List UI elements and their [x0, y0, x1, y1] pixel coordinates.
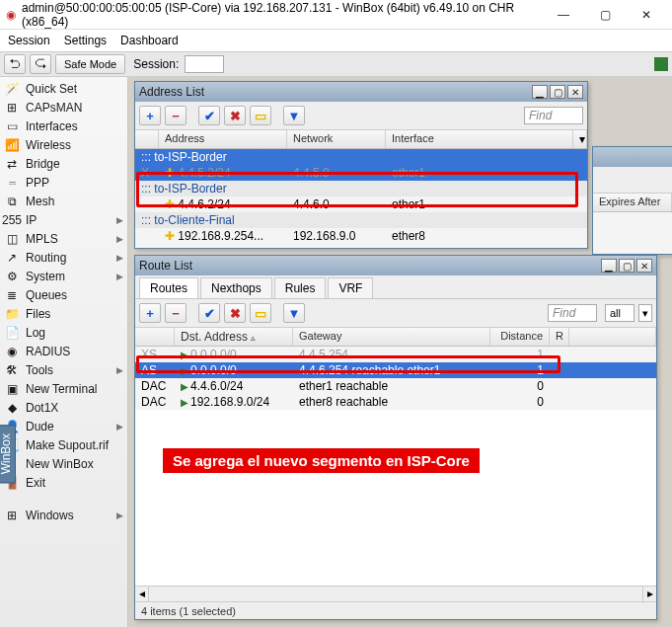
tab-nexthops[interactable]: Nexthops [200, 277, 272, 298]
address-section[interactable]: ::: to-Cliente-Final [135, 212, 587, 228]
tab-vrf[interactable]: VRF [328, 277, 373, 298]
filter-button[interactable]: ▼ [283, 106, 305, 125]
sidebar-item-files[interactable]: 📁Files [0, 304, 127, 323]
sidebar-item-interfaces[interactable]: ▭Interfaces [0, 117, 127, 135]
menu-dashboard[interactable]: Dashboard [120, 34, 179, 47]
col-dst[interactable]: Dst. Address ▵ [175, 328, 293, 346]
addr-minimize-button[interactable]: ▁ [532, 85, 548, 99]
sidebar-item-windows[interactable]: ⊞Windows▶ [0, 506, 127, 524]
address-row[interactable]: X✚ 4.4.5.2/244.4.5.0ether1 [135, 165, 587, 181]
route-filter-select[interactable]: all [605, 304, 635, 322]
app-icon: ◉ [6, 8, 16, 22]
sidebar-item-label: IP [26, 213, 37, 227]
add-button[interactable]: + [139, 106, 161, 125]
sidebar-item-label: Routing [26, 251, 66, 265]
minimize-button[interactable]: — [544, 4, 583, 26]
comment-button[interactable]: ▭ [250, 106, 271, 125]
addr-maximize-button[interactable]: ▢ [550, 85, 565, 99]
route-row[interactable]: DAC▶4.4.6.0/24ether1 reachable0 [135, 378, 656, 394]
find-input[interactable]: Find [524, 107, 583, 124]
sidebar-item-dude[interactable]: 👤Dude▶ [0, 417, 127, 435]
sidebar-item-exit[interactable]: 🚪Exit [0, 473, 127, 492]
winbox-vertical-tab[interactable]: WinBox [0, 425, 16, 483]
sidebar-item-label: Windows [26, 509, 74, 522]
route-row[interactable]: AS▶0.0.0.0/04.4.6.254 reachable ether11 [135, 362, 656, 378]
address-section[interactable]: ::: to-ISP-Border [135, 149, 587, 165]
maximize-button[interactable]: ▢ [585, 4, 625, 26]
tools-icon: 🛠 [4, 362, 20, 378]
address-row[interactable]: ✚ 192.168.9.254...192.168.9.0ether8 [135, 228, 587, 244]
chevron-right-icon: ▶ [116, 215, 123, 225]
sidebar-item-label: MPLS [26, 232, 58, 246]
bg-titlebar[interactable]: ▁ ▢ ✕ [593, 147, 672, 167]
address-section[interactable]: ::: to-ISP-Border [135, 181, 587, 196]
route-icon: ▶ [181, 397, 188, 408]
sidebar-item-wireless[interactable]: 📶Wireless [0, 135, 127, 154]
windows-icon: ⊞ [4, 508, 20, 523]
sidebar-item-ip[interactable]: 255IP▶ [0, 210, 127, 229]
route-row[interactable]: XS▶0.0.0.0/04.4.5.2541 [135, 347, 656, 362]
route-filter-button[interactable]: ▼ [283, 303, 305, 323]
col-r[interactable]: R [550, 328, 569, 346]
col-distance[interactable]: Distance [490, 328, 550, 346]
mesh-icon: ⧉ [4, 194, 20, 209]
tab-routes[interactable]: Routes [139, 277, 198, 298]
sidebar-item-bridge[interactable]: ⇄Bridge [0, 154, 127, 173]
col-network[interactable]: Network [287, 130, 386, 148]
route-add-button[interactable]: + [139, 303, 161, 323]
disable-button[interactable]: ✖ [224, 106, 246, 125]
sidebar-item-tools[interactable]: 🛠Tools▶ [0, 360, 127, 379]
route-list-titlebar[interactable]: Route List ▁ ▢ ✕ [135, 256, 656, 275]
sidebar-item-ppp[interactable]: ⎓PPP [0, 173, 127, 192]
sidebar-item-routing[interactable]: ↗Routing▶ [0, 248, 127, 267]
menu-session[interactable]: Session [8, 34, 50, 47]
files-icon: 📁 [4, 306, 20, 322]
route-enable-button[interactable]: ✔ [198, 303, 220, 323]
sidebar-item-radius[interactable]: ◉RADIUS [0, 342, 127, 360]
session-box[interactable] [185, 55, 224, 73]
route-maximize-button[interactable]: ▢ [619, 259, 635, 273]
route-row[interactable]: DAC▶192.168.9.0/24ether8 reachable0 [135, 394, 656, 410]
route-icon: ▶ [181, 350, 188, 360]
sidebar-item-mpls[interactable]: ◫MPLS▶ [0, 229, 127, 248]
route-disable-button[interactable]: ✖ [224, 303, 246, 323]
route-list-title: Route List [139, 259, 599, 273]
remove-button[interactable]: − [165, 106, 187, 125]
route-comment-button[interactable]: ▭ [250, 303, 271, 323]
sidebar-item-new-terminal[interactable]: ▣New Terminal [0, 379, 127, 398]
titlebar: ◉ admin@50:00:00:05:00:05 (ISP-Core) via… [0, 0, 672, 30]
route-filter-dropdown[interactable]: ▾ [638, 304, 652, 322]
sidebar-item-new-winbox[interactable]: ⊕New WinBox [0, 454, 127, 473]
address-row[interactable]: ✚ 4.4.6.2/244.4.6.0ether1 [135, 196, 587, 212]
route-remove-button[interactable]: − [165, 303, 187, 323]
route-find-input[interactable]: Find [548, 304, 597, 322]
menu-settings[interactable]: Settings [64, 34, 107, 47]
col-address[interactable]: Address [159, 130, 287, 148]
sidebar-item-mesh[interactable]: ⧉Mesh [0, 192, 127, 210]
tab-rules[interactable]: Rules [274, 277, 327, 298]
dot1x-icon: ◆ [4, 400, 20, 416]
sidebar-item-label: System [26, 270, 65, 283]
sidebar-item-log[interactable]: 📄Log [0, 323, 127, 342]
routing-icon: ↗ [4, 250, 20, 266]
close-button[interactable]: ✕ [627, 4, 666, 26]
col-gateway[interactable]: Gateway [293, 328, 490, 346]
enable-button[interactable]: ✔ [198, 106, 220, 125]
addr-close-button[interactable]: ✕ [567, 85, 583, 99]
col-expires[interactable]: Expires After [593, 194, 672, 211]
safe-mode-button[interactable]: Safe Mode [55, 54, 125, 74]
address-list-titlebar[interactable]: Address List ▁ ▢ ✕ [135, 82, 587, 102]
back-button[interactable]: ⮌ [4, 54, 26, 74]
forward-button[interactable]: ⮎ [30, 54, 51, 74]
sidebar-item-system[interactable]: ⚙System▶ [0, 267, 127, 285]
address-icon: ✚ [165, 166, 175, 180]
sidebar-item-make-supout-rif[interactable]: 📃Make Supout.rif [0, 435, 127, 454]
route-close-button[interactable]: ✕ [636, 259, 652, 273]
sidebar-item-dot1x[interactable]: ◆Dot1X [0, 398, 127, 417]
col-interface[interactable]: Interface [386, 130, 573, 148]
sidebar-item-queues[interactable]: ≣Queues [0, 285, 127, 304]
chevron-right-icon: ▶ [116, 510, 123, 520]
sidebar-item-quick-set[interactable]: 🪄Quick Set [0, 79, 127, 98]
sidebar-item-capsman[interactable]: ⊞CAPsMAN [0, 98, 127, 117]
route-minimize-button[interactable]: ▁ [601, 259, 617, 273]
